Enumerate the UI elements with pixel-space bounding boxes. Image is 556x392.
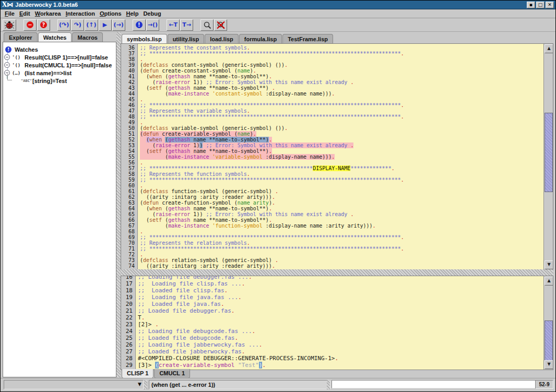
editor-tabs: symbols.lisputility.lispload.lispformula… (121, 32, 553, 43)
watch-label: [string]=Test (32, 78, 67, 84)
menu-edit[interactable]: Edit (19, 10, 35, 17)
step-out-button[interactable]: (↑) (85, 19, 98, 31)
line-number: 58 (121, 171, 137, 177)
editor-scrollbar-thumb[interactable] (545, 113, 553, 192)
expand-toggle-icon[interactable] (4, 54, 10, 60)
selected-expression-field[interactable]: (when (get ... e-error 1)) (149, 380, 330, 389)
watch-type-icon: '() (12, 55, 25, 60)
horizontal-splitter[interactable] (121, 269, 553, 276)
tab-cmucl-1[interactable]: CMUCL 1 (154, 369, 190, 378)
menu-debug[interactable]: Debug (143, 10, 165, 17)
watch-item[interactable]: '()Result(CMUCL 1)==>[null]=false (3, 61, 116, 69)
command-combobox[interactable]: ▼ (4, 380, 144, 389)
line-number: 18 (121, 287, 135, 294)
menu-file[interactable]: File (5, 10, 19, 17)
line-number: 28 (121, 355, 135, 362)
menu-interaction[interactable]: Interaction (66, 10, 100, 17)
left-panel-tabs: ExplorerWatchesMacros (3, 32, 116, 42)
run-to-cursor-button[interactable]: (→) (112, 19, 125, 31)
scroll-up-icon[interactable]: ▲ (545, 44, 553, 53)
tab-utility.lisp[interactable]: utility.lisp (168, 34, 205, 43)
code-line: (defclass relation-symbol (generic-symbo… (140, 257, 543, 263)
code-line: (setf (gethash name **name-to-symbol**) … (140, 85, 543, 91)
line-number: 54 (121, 148, 137, 154)
code-line: ;; Represents the relation symbols. (140, 240, 543, 246)
line-number: 61 (121, 188, 137, 194)
menu-options[interactable]: Options (100, 10, 126, 17)
minimize-button[interactable]: ▪ (527, 2, 535, 8)
right-column: symbols.lisputility.lispload.lispformula… (121, 32, 553, 377)
tab-testframe.lisp[interactable]: TestFrame.lisp (282, 34, 333, 43)
remove-breakpoint-button[interactable]: − (23, 19, 37, 31)
console-scrollbar[interactable]: ▲ ▼ (543, 276, 553, 370)
tab-explorer[interactable]: Explorer (4, 32, 38, 42)
watch-label: Result(CMUCL 1)==>[null]=false (25, 62, 112, 68)
tree-root-watches[interactable]: !Watches (3, 45, 116, 53)
tab-clisp-1[interactable]: CLISP 1 (122, 369, 153, 378)
scroll-down-icon[interactable]: ▼ (545, 360, 553, 369)
code-line: ;; *************************************… (140, 114, 543, 120)
line-number: 55 (121, 154, 137, 160)
resume-button[interactable]: ▶ (99, 19, 112, 31)
line-number: 37 (121, 51, 137, 56)
watches-panel[interactable]: !Watches'()Result(CLISP 1)==>[null]=fals… (3, 42, 116, 377)
shift-left-button[interactable]: ←T (167, 19, 180, 31)
return-from-button[interactable]: →() (146, 19, 159, 31)
step-over-button[interactable]: ↷) (71, 19, 84, 31)
tab-formula.lisp[interactable]: formula.lisp (239, 34, 282, 43)
breakpoint-help-button[interactable]: ? (37, 19, 50, 31)
watch-item[interactable]: '()Result(CLISP 1)==>[null]=false (3, 53, 116, 61)
console-output-area[interactable]: ;; Loading file debugger.fas ....;; Load… (136, 276, 543, 370)
inspect-button[interactable] (200, 19, 214, 31)
line-number: 36 (121, 45, 137, 51)
line-number: 72 (121, 252, 137, 257)
code-line: ;; Loading file debugcode.fas .... (138, 328, 543, 335)
no-inspect-button[interactable] (214, 19, 227, 31)
bar-splitter-handle[interactable] (327, 380, 330, 389)
chevron-down-icon[interactable]: ▼ (138, 381, 141, 388)
code-line: . (140, 120, 543, 125)
editor-viewport[interactable]: 3637383940414243444546474849505152535455… (121, 43, 553, 270)
editor-scrollbar[interactable]: ▲ ▼ (543, 44, 553, 270)
tab-load.lisp[interactable]: load.lisp (205, 34, 239, 43)
line-number: 21 (121, 307, 135, 314)
tab-macros[interactable]: Macros (72, 32, 103, 42)
code-line: #<COMPILED-CLOSURE DEBUGGER::GENERATE-PR… (138, 355, 543, 362)
bar-splitter-handle[interactable] (144, 380, 147, 389)
editor-code-area[interactable]: ;; Represents the constant symbols.;; **… (138, 44, 543, 270)
scroll-down-icon[interactable]: ▼ (545, 260, 553, 269)
console-viewport[interactable]: 1617181920212223242526272829 ;; Loading … (121, 276, 553, 370)
eval-input[interactable] (332, 380, 536, 388)
scroll-up-icon[interactable]: ▲ (545, 277, 553, 286)
debug-bug-button[interactable] (3, 19, 16, 31)
code-line: T. (138, 314, 543, 321)
line-number: 17 (121, 280, 135, 287)
line-number: 49 (121, 120, 137, 125)
tab-symbols.lisp[interactable]: symbols.lisp (122, 34, 167, 43)
menu-help[interactable]: Help (126, 10, 144, 17)
watch-label: Result(CLISP 1)==>[null]=false (25, 54, 108, 61)
shift-right-button[interactable]: T→ (180, 19, 193, 31)
window-title: Jabberwocky 1.0.beta6 (15, 2, 78, 8)
toolbar: −?(↷)↷)(↑)▶(→)!→()←TT→ (1, 18, 555, 32)
line-number: 20 (121, 301, 135, 307)
console-scrollbar-thumb[interactable] (545, 320, 553, 361)
code-line: ;; *************************************… (140, 102, 543, 108)
close-button[interactable]: ✕ (546, 2, 554, 8)
maximize-button[interactable]: □ (536, 2, 545, 8)
watch-child-item[interactable]: "ABC"[string]=Test (3, 77, 116, 85)
step-into-button[interactable]: (↷) (57, 19, 70, 31)
code-line: ;; Loaded file clisp.fas. (138, 287, 543, 294)
interrupt-button[interactable]: ! (133, 19, 146, 31)
line-number: 65 (121, 211, 137, 217)
code-line: (defun create-variable-symbol (name). (140, 131, 543, 137)
tab-watches[interactable]: Watches (38, 32, 72, 42)
menu-workarea[interactable]: Workarea (35, 10, 66, 17)
code-line: ((arity :initarg :arity :reader arity)))… (140, 194, 543, 200)
expand-toggle-icon[interactable] (4, 62, 10, 68)
line-number: 29 (121, 362, 135, 369)
code-line: (when (gethash name **name-to-symbol**). (140, 206, 543, 211)
vertical-splitter[interactable] (116, 32, 121, 377)
watch-item[interactable]: (…)(list name)==>list (3, 69, 116, 77)
code-line: . (140, 97, 543, 102)
